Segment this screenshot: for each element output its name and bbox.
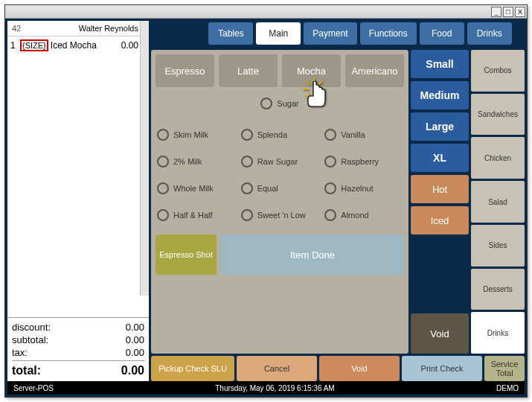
maximize-button[interactable]: □ xyxy=(503,7,513,17)
subtotal-label: subtotal: xyxy=(12,334,48,345)
totals: discount:0.00 subtotal:0.00 tax:0.00 tot… xyxy=(7,317,149,381)
mod-whole-milk[interactable]: Whole Milk xyxy=(157,176,235,200)
drink-americano[interactable]: Americano xyxy=(345,54,404,87)
check-item-row[interactable]: 1 {SIZE} Iced Mocha 0.00 xyxy=(10,39,138,51)
size-small[interactable]: Small xyxy=(411,50,469,78)
cat-salad[interactable]: Salad xyxy=(471,181,525,223)
temp-hot[interactable]: Hot xyxy=(411,175,469,203)
temp-iced[interactable]: Iced xyxy=(411,206,469,234)
nav-payment[interactable]: Payment xyxy=(304,22,356,45)
drink-espresso[interactable]: Espresso xyxy=(156,54,214,87)
radio-icon xyxy=(324,156,336,168)
item-price: 0.00 xyxy=(121,40,138,51)
nav-main[interactable]: Main xyxy=(256,22,301,45)
mod-hazelnut[interactable]: Hazelnut xyxy=(324,176,403,200)
void-check-button[interactable]: Void xyxy=(319,356,400,381)
void-button[interactable]: Void xyxy=(411,313,469,354)
status-datetime: Thursday, May 06, 2019 6:15:36 AM xyxy=(54,384,496,392)
radio-icon xyxy=(157,182,169,194)
minimize-button[interactable]: _ xyxy=(491,7,501,17)
cat-sandwiches[interactable]: Sandwiches xyxy=(471,94,525,135)
mod-skim-milk[interactable]: Skim Milk xyxy=(157,123,235,147)
scrollbar[interactable] xyxy=(140,21,149,296)
drink-latte[interactable]: Latte xyxy=(219,54,278,87)
check-items: 1 {SIZE} Iced Mocha 0.00 xyxy=(7,36,149,317)
size-large[interactable]: Large xyxy=(411,112,469,141)
item-qty: 1 xyxy=(10,40,18,51)
item-done-button[interactable]: Item Done xyxy=(221,234,404,275)
mod-almond[interactable]: Almond xyxy=(324,203,403,227)
mod-raw-sugar[interactable]: Raw Sugar xyxy=(241,150,319,173)
nav-food[interactable]: Food xyxy=(420,22,464,45)
radio-icon xyxy=(324,182,336,194)
menu-area: Espresso Latte Mocha Americano Sugar Ski… xyxy=(151,50,408,354)
subtotal-value: 0.00 xyxy=(126,334,144,345)
radio-icon xyxy=(324,129,336,141)
print-check-button[interactable]: Print Check xyxy=(402,356,482,381)
mod-vanilla[interactable]: Vanilla xyxy=(324,123,403,147)
cat-desserts[interactable]: Desserts xyxy=(471,269,525,310)
status-bar: Server-POS Thursday, May 06, 2019 6:15:3… xyxy=(7,381,525,395)
size-medium[interactable]: Medium xyxy=(411,81,469,109)
cancel-button[interactable]: Cancel xyxy=(237,356,317,381)
server-name: Walter Reynolds xyxy=(79,24,138,33)
radio-icon xyxy=(241,156,253,168)
category-bar: Combos Sandwiches Chicken Salad Sides De… xyxy=(471,50,525,354)
tax-value: 0.00 xyxy=(126,347,144,358)
status-right: DEMO xyxy=(496,384,519,392)
radio-icon xyxy=(324,209,336,221)
radio-icon xyxy=(157,156,169,168)
nav-functions[interactable]: Functions xyxy=(360,22,417,45)
radio-icon xyxy=(260,98,272,109)
tax-label: tax: xyxy=(12,347,28,358)
radio-icon xyxy=(241,129,253,141)
app-window: _ □ X 42 Walter Reynolds 1 {SIZE} Iced M… xyxy=(4,4,528,398)
status-left: Server-POS xyxy=(13,384,54,392)
total-label: total: xyxy=(12,364,41,377)
discount-value: 0.00 xyxy=(126,322,144,333)
size-xl[interactable]: XL xyxy=(411,144,469,172)
cat-chicken[interactable]: Chicken xyxy=(471,137,525,179)
mod-half-half[interactable]: Half & Half xyxy=(157,203,235,227)
top-nav: Tables Main Payment Functions Food Drink… xyxy=(196,21,525,48)
mod-raspberry[interactable]: Raspberry xyxy=(324,150,403,173)
cat-drinks[interactable]: Drinks xyxy=(471,312,525,354)
close-button[interactable]: X xyxy=(515,7,525,17)
espresso-shot-button[interactable]: Espresso Shot xyxy=(156,234,217,275)
nav-drinks[interactable]: Drinks xyxy=(467,22,512,45)
titlebar: _ □ X xyxy=(5,5,527,19)
size-placeholder: {SIZE} xyxy=(20,39,48,51)
cat-combos[interactable]: Combos xyxy=(471,50,525,92)
mod-two-percent[interactable]: 2% Milk xyxy=(157,150,235,173)
mod-sweet-n-low[interactable]: Sweet 'n Low xyxy=(241,203,319,227)
radio-icon xyxy=(157,129,169,141)
radio-icon xyxy=(157,209,169,221)
size-bar: Small Medium Large XL Hot Iced Void xyxy=(411,50,469,354)
radio-icon xyxy=(241,182,253,194)
mod-splenda[interactable]: Splenda xyxy=(241,123,319,147)
check-panel: 42 Walter Reynolds 1 {SIZE} Iced Mocha 0… xyxy=(7,21,149,381)
bottom-actions: Pickup Check SLU Cancel Void Print Check… xyxy=(151,356,525,381)
mod-equal[interactable]: Equal xyxy=(241,176,319,200)
nav-tables[interactable]: Tables xyxy=(208,22,253,45)
mod-sugar[interactable]: Sugar xyxy=(260,92,298,115)
item-name: Iced Mocha xyxy=(51,40,119,51)
discount-label: discount: xyxy=(12,322,51,333)
drink-mocha[interactable]: Mocha xyxy=(282,54,341,87)
radio-icon xyxy=(241,209,253,221)
service-total-button[interactable]: Service Total xyxy=(484,356,525,381)
total-value: 0.00 xyxy=(121,364,144,377)
cat-sides[interactable]: Sides xyxy=(471,225,525,267)
pickup-check-button[interactable]: Pickup Check SLU xyxy=(151,356,234,381)
check-number: 42 xyxy=(12,24,21,33)
